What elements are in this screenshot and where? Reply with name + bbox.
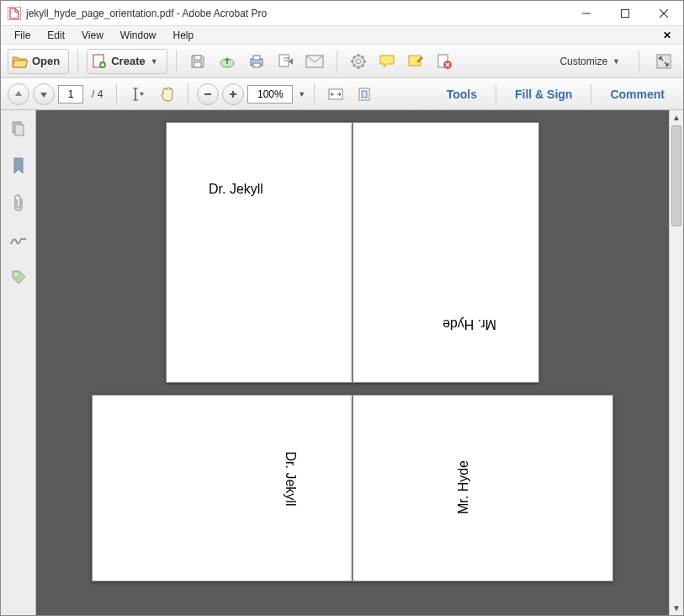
- svg-line-26: [353, 65, 355, 66]
- page-number-input[interactable]: [58, 85, 83, 104]
- svg-rect-39: [362, 91, 367, 98]
- toolbar-nav: / 4 ▼ Tools Fill & Sign Comment: [1, 78, 683, 110]
- cloud-upload-icon: [218, 53, 236, 70]
- speech-bubble-icon: [379, 54, 395, 69]
- svg-rect-10: [194, 62, 201, 67]
- document-viewer[interactable]: Dr. Jekyll Mr. Hyde Dr. Jekyll Mr. Hyde …: [36, 110, 683, 615]
- comment-bubble-button[interactable]: [374, 49, 400, 74]
- customize-area: Customize ▼: [553, 49, 676, 74]
- share-button[interactable]: [273, 49, 298, 74]
- bookmark-icon: [11, 157, 26, 175]
- customize-label: Customize: [559, 56, 607, 67]
- tags-panel-button[interactable]: [8, 267, 29, 287]
- zoom-dropdown-caret[interactable]: ▼: [298, 90, 305, 98]
- minus-icon: [203, 89, 213, 99]
- maximize-button[interactable]: [606, 1, 644, 26]
- svg-line-23: [353, 56, 355, 58]
- separator: [314, 83, 315, 105]
- customize-button[interactable]: Customize ▼: [553, 52, 627, 71]
- hand-icon: [159, 86, 174, 103]
- separator: [116, 83, 117, 105]
- work-area: Dr. Jekyll Mr. Hyde Dr. Jekyll Mr. Hyde …: [1, 110, 683, 615]
- page-row: Dr. Jekyll Mr. Hyde: [36, 122, 669, 383]
- attachments-panel-button[interactable]: [8, 193, 29, 213]
- comment-panel-button[interactable]: Comment: [607, 84, 668, 104]
- next-page-button[interactable]: [33, 83, 55, 105]
- window-buttons: [567, 1, 683, 26]
- page-1[interactable]: Dr. Jekyll: [166, 122, 353, 383]
- tag-icon: [10, 268, 27, 285]
- svg-line-24: [362, 65, 363, 66]
- text-cursor-icon: [130, 86, 146, 103]
- envelope-icon: [305, 55, 324, 68]
- signature-icon: [9, 232, 28, 247]
- fit-page-button[interactable]: [352, 82, 377, 107]
- open-button[interactable]: Open: [8, 49, 69, 74]
- page-3[interactable]: Dr. Jekyll: [92, 395, 353, 581]
- thumbnails-panel-button[interactable]: [8, 119, 29, 139]
- menu-view[interactable]: View: [73, 28, 112, 43]
- svg-rect-41: [15, 125, 24, 135]
- settings-button[interactable]: [346, 49, 371, 74]
- side-panel: [1, 110, 36, 615]
- save-button[interactable]: [185, 49, 210, 74]
- svg-rect-2: [622, 9, 629, 17]
- pages-icon: [10, 120, 27, 137]
- separator: [337, 50, 337, 72]
- menu-window[interactable]: Window: [112, 28, 165, 43]
- fill-sign-panel-button[interactable]: Fill & Sign: [512, 84, 575, 104]
- page-total-label: / 4: [87, 88, 108, 100]
- scroll-down-button[interactable]: ▼: [670, 601, 683, 615]
- page-2[interactable]: Mr. Hyde: [353, 122, 539, 383]
- document-delete-icon: [436, 53, 453, 70]
- cloud-button[interactable]: [214, 49, 241, 74]
- tools-panel-button[interactable]: Tools: [443, 84, 480, 104]
- svg-point-18: [356, 59, 360, 63]
- email-button[interactable]: [301, 49, 328, 74]
- prev-page-button[interactable]: [8, 83, 29, 105]
- scroll-up-button[interactable]: ▲: [670, 110, 683, 125]
- scroll-thumb[interactable]: [671, 125, 681, 226]
- page-text: Dr. Jekyll: [209, 182, 263, 197]
- paperclip-icon: [11, 194, 26, 212]
- svg-rect-13: [253, 56, 260, 60]
- zoom-out-button[interactable]: [197, 83, 219, 105]
- hand-tool-button[interactable]: [154, 82, 179, 107]
- title-bar: jekyll_hyde_page_orientation.pdf - Adobe…: [1, 1, 683, 26]
- print-icon: [248, 53, 265, 70]
- svg-rect-9: [194, 56, 201, 60]
- create-label: Create: [111, 55, 145, 67]
- page-text: Dr. Jekyll: [284, 452, 299, 507]
- gear-icon: [350, 53, 367, 70]
- highlight-button[interactable]: [403, 49, 428, 74]
- zoom-input[interactable]: [247, 85, 293, 104]
- signatures-panel-button[interactable]: [8, 230, 29, 250]
- close-document-button[interactable]: ✕: [656, 29, 678, 41]
- menu-edit[interactable]: Edit: [39, 28, 73, 43]
- fullscreen-button[interactable]: [651, 49, 676, 74]
- close-button[interactable]: [644, 1, 683, 26]
- pages-container: Dr. Jekyll Mr. Hyde Dr. Jekyll Mr. Hyde: [36, 110, 669, 615]
- create-button[interactable]: Create ▼: [87, 49, 167, 74]
- bookmarks-panel-button[interactable]: [8, 156, 29, 176]
- svg-line-25: [362, 56, 363, 58]
- separator: [77, 50, 78, 72]
- highlight-note-icon: [407, 54, 424, 69]
- page-row: Dr. Jekyll Mr. Hyde: [36, 395, 669, 581]
- plus-icon: [228, 89, 238, 99]
- separator: [188, 83, 188, 105]
- select-tool-button[interactable]: [125, 82, 151, 107]
- page-4[interactable]: Mr. Hyde: [353, 395, 613, 581]
- window-title: jekyll_hyde_page_orientation.pdf - Adobe…: [26, 8, 567, 19]
- page-text: Mr. Hyde: [456, 460, 471, 514]
- fit-width-button[interactable]: [323, 82, 348, 107]
- menu-help[interactable]: Help: [165, 28, 203, 43]
- zoom-in-button[interactable]: [222, 83, 244, 105]
- toolbar-main: Open Create ▼ Customize ▼: [1, 45, 683, 78]
- menu-file[interactable]: File: [6, 28, 39, 43]
- minimize-button[interactable]: [567, 1, 606, 26]
- print-button[interactable]: [244, 49, 269, 74]
- app-icon: [8, 7, 21, 20]
- vertical-scrollbar[interactable]: ▲ ▼: [669, 110, 683, 615]
- delete-button[interactable]: [432, 49, 457, 74]
